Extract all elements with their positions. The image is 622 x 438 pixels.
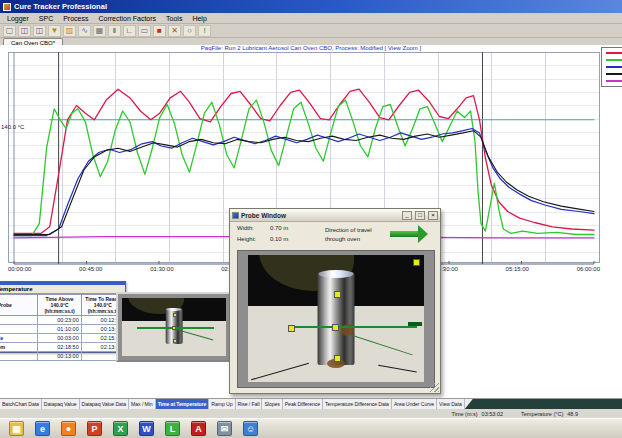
status-temperature-value: 48.9 bbox=[567, 411, 578, 417]
width-label: Width: bbox=[237, 225, 254, 231]
chart-icon[interactable]: ∿ bbox=[78, 25, 91, 37]
probe-marker-table bbox=[288, 325, 295, 332]
probe-window-dialog: Probe Window _ □ × Width: 0.70 m Height:… bbox=[229, 208, 441, 394]
status-time-value: 03:53:02 bbox=[482, 411, 503, 417]
app-icon bbox=[3, 3, 11, 11]
analysis-tab-rise-fall[interactable]: Rise / Fall bbox=[236, 399, 263, 409]
print-icon[interactable]: ▭ bbox=[138, 25, 151, 37]
analysis-tab-max-min[interactable]: Max / Min bbox=[129, 399, 156, 409]
probe-marker bbox=[173, 339, 177, 343]
logger-setup-icon[interactable]: ◫ bbox=[18, 25, 31, 37]
analysis-tab-batchchart-data[interactable]: BatchChart Data bbox=[0, 399, 42, 409]
time-above-cell: 00:13:00 bbox=[38, 352, 81, 361]
legend-swatch-cf bbox=[606, 80, 622, 82]
menu-item-tools[interactable]: Tools bbox=[161, 13, 187, 24]
taskbar: ▤e●PXWLA✉☺ bbox=[0, 418, 622, 438]
new-report-icon[interactable]: ▢ bbox=[3, 25, 16, 37]
chart-legend bbox=[601, 47, 622, 87]
folder-icon[interactable]: ▤ bbox=[9, 421, 24, 436]
probe-window-icon bbox=[232, 212, 239, 219]
x-tick-label: 05:15:00 bbox=[506, 266, 529, 272]
height-label: Height: bbox=[237, 236, 256, 242]
menu-item-correction-factors[interactable]: Correction Factors bbox=[94, 13, 162, 24]
x-tick-label: 00:45:00 bbox=[79, 266, 102, 272]
width-value: 0.70 m bbox=[270, 225, 288, 231]
status-bar: Time (m:s) 03:53:02 Temperature (°C) 48.… bbox=[0, 409, 622, 418]
internet-explorer-icon[interactable]: e bbox=[35, 421, 50, 436]
bottom-tab-strip: BatchChart DataDatapaq ValueDatapaq Valu… bbox=[0, 398, 622, 409]
panel-caption: Time at Temperature bbox=[0, 285, 125, 294]
probe-wire-2 bbox=[348, 334, 412, 356]
close-button[interactable]: × bbox=[428, 211, 438, 220]
time-above-cell: 00:23:00 bbox=[38, 316, 81, 325]
probe-photo-thumbnail[interactable] bbox=[116, 292, 232, 362]
zoom-icon[interactable]: ○ bbox=[183, 25, 196, 37]
filter-icon[interactable]: ▼ bbox=[48, 25, 61, 37]
probe-marker bbox=[173, 313, 177, 317]
status-temperature-label: Temperature (°C) bbox=[521, 411, 563, 417]
time-above-cell: 00:03:00 bbox=[38, 334, 81, 343]
table-row: CF00:13:00--- bbox=[0, 352, 125, 361]
height-value: 0.10 m bbox=[270, 236, 288, 242]
powerpoint-icon[interactable]: P bbox=[87, 421, 102, 436]
scheduler-icon[interactable]: L bbox=[165, 421, 180, 436]
logger-download-icon[interactable]: ◫ bbox=[33, 25, 46, 37]
media-player-icon[interactable]: ● bbox=[61, 421, 76, 436]
y-axis-ref-label: 140.0 °C bbox=[1, 124, 24, 130]
analysis-tab-ramp-up[interactable]: Ramp Up bbox=[209, 399, 235, 409]
analysis-tab-peak-difference[interactable]: Peak Difference bbox=[283, 399, 323, 409]
analysis-tab-slopes[interactable]: Slopes bbox=[262, 399, 282, 409]
aerosol-can-image bbox=[318, 272, 355, 366]
direction-arrow-icon bbox=[390, 231, 418, 237]
time-above-cell: 02:18:50 bbox=[38, 343, 81, 352]
pause-icon[interactable]: ‖ bbox=[108, 25, 121, 37]
excel-icon[interactable]: X bbox=[113, 421, 128, 436]
probe-window-titlebar[interactable]: Probe Window _ □ × bbox=[230, 209, 440, 222]
analysis-tab-area-under-curve[interactable]: Area Under Curve bbox=[392, 399, 437, 409]
direction-of-travel-label: Direction of travel through oven bbox=[325, 226, 387, 244]
mail-icon[interactable]: ✉ bbox=[217, 421, 232, 436]
analysis-tab-time-at-temperature[interactable]: Time at Temperature bbox=[156, 399, 210, 409]
chart-title: PaqFile: Run 2 Lubricant Aerosol Can Ove… bbox=[0, 45, 622, 51]
probe-marker-top-right bbox=[413, 259, 420, 266]
time-at-temperature-table: ProbeTime Above 140.0°C (hh:mm:ss.t)Time… bbox=[0, 294, 125, 361]
table-column-header: Time Above 140.0°C (hh:mm:ss.t) bbox=[38, 295, 81, 316]
probe-marker-can-top bbox=[334, 291, 341, 298]
direction-arrow-head bbox=[418, 225, 428, 243]
legend-swatch-can-middle bbox=[606, 66, 622, 68]
menu-item-help[interactable]: Help bbox=[187, 13, 211, 24]
menu-item-process[interactable]: Process bbox=[58, 13, 93, 24]
toolbar: ▢◫◫▼▨∿▦‖∟▭■✕○! bbox=[0, 24, 622, 38]
app-window: Cure Tracker Professional LoggerSPCProce… bbox=[0, 0, 622, 438]
analysis-tab-datapaq-value[interactable]: Datapaq Value bbox=[42, 399, 80, 409]
table-row: Oven Top01:10:0000:13:10 bbox=[0, 325, 125, 334]
time-at-temperature-panel: Time at Temperature ProbeTime Above 140.… bbox=[0, 281, 126, 353]
resize-grip[interactable] bbox=[430, 383, 439, 392]
maximize-button[interactable]: □ bbox=[415, 211, 425, 220]
analysis-tab-view-data[interactable]: View Data bbox=[437, 399, 465, 409]
tools-icon[interactable]: ✕ bbox=[168, 25, 181, 37]
open-folder-icon[interactable]: ▨ bbox=[63, 25, 76, 37]
decorative-wedge bbox=[465, 399, 622, 409]
probe-photo bbox=[248, 255, 424, 382]
measure-icon[interactable]: ∟ bbox=[123, 25, 136, 37]
legend-swatch-can-bottom bbox=[606, 73, 622, 75]
analysis-tab-datapaq-value-data[interactable]: Datapaq Value Data bbox=[80, 399, 130, 409]
table-icon[interactable]: ▦ bbox=[93, 25, 106, 37]
menu-item-spc[interactable]: SPC bbox=[34, 13, 58, 24]
time-above-cell: 01:10:00 bbox=[38, 325, 81, 334]
minimize-button[interactable]: _ bbox=[402, 211, 412, 220]
menu-bar: LoggerSPCProcessCorrection FactorsToolsH… bbox=[0, 13, 622, 24]
probe-marker-can-middle bbox=[332, 324, 339, 331]
acrobat-icon[interactable]: A bbox=[191, 421, 206, 436]
menu-item-logger[interactable]: Logger bbox=[2, 13, 34, 24]
table-row: Can Middle00:03:0002:15:10 bbox=[0, 334, 125, 343]
probe-name-cell: CF bbox=[0, 352, 38, 361]
probe-marker-can-bottom bbox=[334, 355, 341, 362]
probe-icon[interactable]: ! bbox=[198, 25, 211, 37]
legend-swatch-can-top bbox=[606, 52, 622, 54]
analysis-tab-temperature-difference-data[interactable]: Temperature Difference Data bbox=[323, 399, 392, 409]
messenger-icon[interactable]: ☺ bbox=[243, 421, 258, 436]
stop-icon[interactable]: ■ bbox=[153, 25, 166, 37]
word-icon[interactable]: W bbox=[139, 421, 154, 436]
